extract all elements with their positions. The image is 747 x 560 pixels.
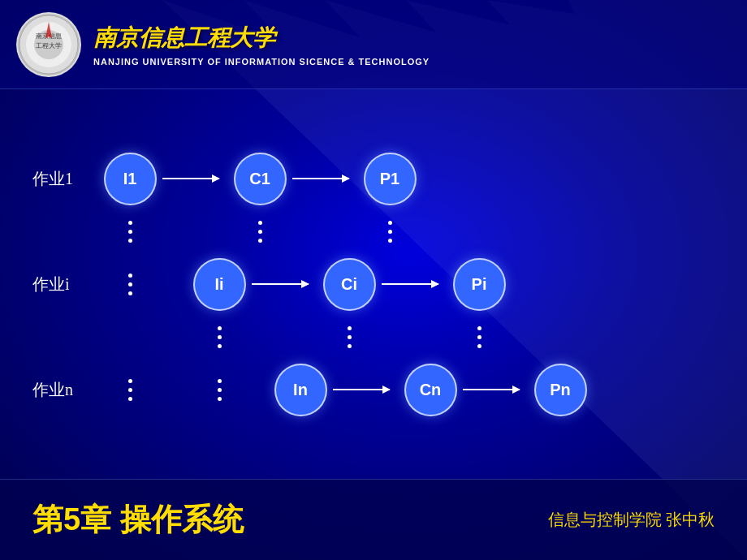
node-Pi: Pi: [453, 258, 506, 311]
arrow-i-cp: [382, 283, 447, 285]
node-P1: P1: [364, 153, 417, 205]
node-Ci: Ci: [323, 258, 376, 311]
dots-n-col-1: [97, 365, 162, 414]
dots-under-ii: [187, 312, 252, 361]
arrow-line: [382, 283, 438, 285]
arrow-line: [333, 389, 390, 390]
node-In: In: [274, 364, 327, 416]
node-cell-i1: I1: [97, 153, 162, 205]
arrow-line: [292, 178, 349, 179]
diagram-row-n: 作业n In: [32, 357, 715, 422]
dots-row-2: [32, 317, 715, 357]
node-cell-pn: Pn: [528, 364, 593, 416]
diagram-row-i: 作业i Ii Ci: [32, 252, 715, 317]
dots-under-p1: [357, 207, 422, 256]
node-Cn: Cn: [404, 364, 457, 416]
author-info: 信息与控制学院 张中秋: [548, 509, 715, 531]
arrow-line: [463, 389, 520, 390]
diagram-area: 作业1 I1 C1: [0, 130, 747, 438]
logo-area: 南京信息 工程大学 南京信息工程大学 NANJING UNIVERSITY OF…: [16, 12, 430, 77]
school-name-cn: 南京信息工程大学: [93, 23, 430, 54]
dots-under-i1: [97, 207, 162, 256]
dots-n-col-2: [187, 365, 252, 414]
dots-under-ci: [317, 312, 382, 361]
svg-text:工程大学: 工程大学: [36, 42, 62, 50]
row-label-1: 作业1: [32, 168, 97, 190]
node-cell-ci: Ci: [317, 258, 382, 311]
dots-row-1: [32, 211, 715, 252]
footer: 第5章 操作系统 信息与控制学院 张中秋: [0, 479, 747, 560]
arrow-n-ic: [333, 389, 398, 390]
row-label-i: 作业i: [32, 274, 97, 295]
node-I1: I1: [104, 153, 157, 205]
dots-under-pi: [447, 312, 512, 361]
node-cell-p1: P1: [357, 153, 422, 205]
chapter-title: 第5章 操作系统: [32, 499, 244, 541]
arrow-1-cp: [292, 178, 357, 179]
arrow-line: [162, 178, 219, 179]
node-cell-c1: C1: [227, 153, 292, 205]
node-Ii: Ii: [193, 258, 246, 311]
dots-i-col: [97, 260, 162, 308]
row-label-n: 作业n: [32, 379, 97, 401]
arrow-1-ic: [162, 178, 227, 179]
dots-under-c1: [227, 207, 292, 256]
school-text-block: 南京信息工程大学 NANJING UNIVERSITY OF INFORMATI…: [93, 23, 430, 67]
main-content: 作业1 I1 C1: [0, 89, 747, 479]
node-cell-in: In: [268, 364, 333, 416]
node-C1: C1: [234, 153, 287, 205]
university-logo: 南京信息 工程大学: [16, 12, 81, 77]
school-name-en: NANJING UNIVERSITY OF INFORMATION SICENC…: [93, 57, 430, 67]
node-cell-cn: Cn: [398, 364, 463, 416]
node-cell-ii: Ii: [187, 258, 252, 311]
header: 南京信息 工程大学 南京信息工程大学 NANJING UNIVERSITY OF…: [0, 0, 747, 89]
node-cell-pi: Pi: [447, 258, 512, 311]
arrow-line: [252, 283, 309, 285]
arrow-n-cp: [463, 389, 528, 390]
diagram-row-1: 作业1 I1 C1: [32, 146, 715, 211]
node-Pn: Pn: [534, 364, 587, 416]
arrow-i-ic: [252, 283, 317, 285]
